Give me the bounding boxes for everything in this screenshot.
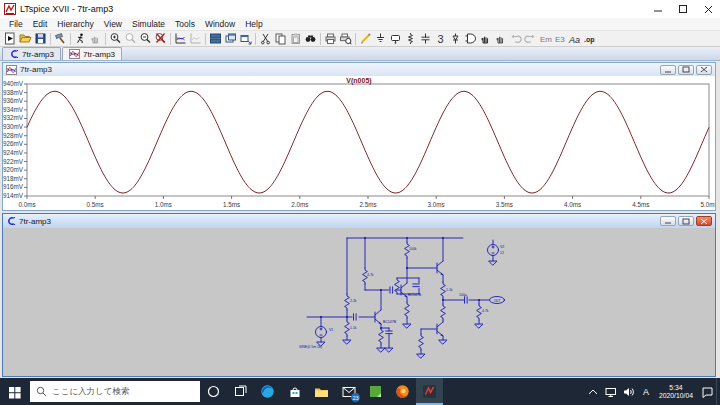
- waveform-plot[interactable]: V(n005) 940mV938mV936mV934mV932mV930mV92…: [3, 76, 715, 210]
- taskbar-mail-button[interactable]: 23: [335, 378, 362, 405]
- menu-file[interactable]: File: [4, 19, 28, 29]
- tray-network-button[interactable]: [602, 378, 620, 405]
- tray-volume-button[interactable]: [620, 378, 638, 405]
- menu-window[interactable]: Window: [200, 19, 240, 29]
- schematic-window-titlebar[interactable]: 7tr-amp3: [3, 214, 715, 228]
- rotate-button[interactable]: E3: [553, 32, 568, 46]
- mail-badge: 23: [351, 393, 360, 402]
- draw-wire-button[interactable]: [358, 32, 373, 46]
- taskbar-edge-button[interactable]: [254, 378, 281, 405]
- child-close-button[interactable]: [696, 216, 712, 226]
- toolbar-separator: [355, 33, 356, 45]
- new-window-button[interactable]: [238, 32, 253, 46]
- paste-button[interactable]: [288, 32, 303, 46]
- tray-expand-button[interactable]: [584, 378, 602, 405]
- taskbar-ltspice-button[interactable]: [416, 378, 443, 405]
- zoom-back-button[interactable]: [123, 32, 138, 46]
- cortana-button[interactable]: [200, 378, 227, 405]
- cut-button[interactable]: [258, 32, 273, 46]
- component-label: V2: [500, 245, 504, 249]
- cascade-windows-button[interactable]: [223, 32, 238, 46]
- open-button[interactable]: [18, 32, 33, 46]
- schematic-window: 7tr-amp3: [2, 213, 716, 377]
- schematic-canvas[interactable]: 2.2k 1.1k 4.7k 100k 1.1k 4.7k BC547B BC5…: [3, 228, 715, 376]
- drag-button[interactable]: [493, 32, 508, 46]
- minimize-button[interactable]: [645, 0, 670, 18]
- task-view-button[interactable]: [227, 378, 254, 405]
- place-capacitor-button[interactable]: [418, 32, 433, 46]
- tile-windows-button[interactable]: [208, 32, 223, 46]
- save-button[interactable]: [33, 32, 48, 46]
- move-button[interactable]: [478, 32, 493, 46]
- taskbar-firefox-button[interactable]: [389, 378, 416, 405]
- place-resistor-button[interactable]: [403, 32, 418, 46]
- action-center-button[interactable]: [698, 378, 716, 405]
- menu-hierarchy[interactable]: Hierarchy: [52, 19, 98, 29]
- waveform-chart: 940mV938mV936mV934mV932mV930mV928mV926mV…: [3, 76, 715, 210]
- component-label: SINE(0 5m 1k): [299, 345, 322, 349]
- control-panel-button[interactable]: [53, 32, 68, 46]
- maximize-button[interactable]: [670, 0, 695, 18]
- search-icon: [36, 386, 47, 397]
- menu-bar: FileEditHierarchyViewSimulateToolsWindow…: [0, 18, 720, 31]
- toolbar-separator: [170, 33, 171, 45]
- autorange-y-button[interactable]: [173, 32, 188, 46]
- tab-schematic[interactable]: 7tr-amp3: [2, 47, 61, 60]
- halt-button[interactable]: [88, 32, 103, 46]
- place-net-label-button[interactable]: [388, 32, 403, 46]
- svg-text:2.0ms: 2.0ms: [291, 201, 308, 208]
- print-button[interactable]: [323, 32, 338, 46]
- document-tabbar: 7tr-amp3 7tr-amp3: [0, 47, 720, 61]
- place-ground-button[interactable]: [373, 32, 388, 46]
- trace-title[interactable]: V(n005): [3, 77, 715, 84]
- find-button[interactable]: [303, 32, 318, 46]
- place-diode-button[interactable]: [448, 32, 463, 46]
- waveform-window-titlebar[interactable]: 7tr-amp3: [3, 63, 715, 76]
- plot-settings-button[interactable]: [188, 32, 203, 46]
- zoom-in-button[interactable]: [108, 32, 123, 46]
- close-button[interactable]: [695, 0, 720, 18]
- child-close-button[interactable]: [696, 65, 712, 75]
- toolbar-separator: [255, 33, 256, 45]
- undo-button[interactable]: [508, 32, 523, 46]
- menu-help[interactable]: Help: [240, 19, 267, 29]
- child-minimize-button[interactable]: [660, 216, 676, 226]
- ime-indicator[interactable]: A: [638, 378, 654, 405]
- place-text-button[interactable]: Aa: [568, 32, 583, 46]
- ltspice-icon: [422, 384, 437, 399]
- system-tray: A 5:34 2020/10/04: [584, 378, 720, 405]
- new-schematic-button[interactable]: [3, 32, 18, 46]
- schematic-window-title: 7tr-amp3: [19, 217, 51, 226]
- menu-simulate[interactable]: Simulate: [127, 19, 170, 29]
- svg-text:938mV: 938mV: [3, 89, 24, 96]
- spice-directive-button[interactable]: .op: [583, 32, 598, 46]
- child-minimize-button[interactable]: [660, 65, 676, 75]
- zoom-out-button[interactable]: [138, 32, 153, 46]
- place-component-button[interactable]: [463, 32, 478, 46]
- firefox-icon: [395, 384, 410, 399]
- taskbar-clock[interactable]: 5:34 2020/10/04: [659, 384, 693, 400]
- show-desktop-button[interactable]: [716, 378, 720, 405]
- print-preview-button[interactable]: [338, 32, 353, 46]
- start-button[interactable]: [0, 378, 30, 405]
- clock-date: 2020/10/04: [659, 392, 693, 400]
- redo-button[interactable]: [523, 32, 538, 46]
- child-maximize-button[interactable]: [678, 65, 694, 75]
- window-title: LTspice XVII - 7tr-amp3: [20, 4, 113, 14]
- menu-tools[interactable]: Tools: [170, 19, 200, 29]
- mirror-button[interactable]: Em: [538, 32, 553, 46]
- inductor-glyph: 3: [438, 33, 444, 45]
- component-label: 100µ: [459, 293, 467, 297]
- place-inductor-button[interactable]: 3: [433, 32, 448, 46]
- tab-waveform[interactable]: 7tr-amp3: [62, 47, 122, 60]
- taskbar-explorer-button[interactable]: [308, 378, 335, 405]
- menu-edit[interactable]: Edit: [28, 19, 53, 29]
- zoom-full-extents-button[interactable]: [153, 32, 168, 46]
- taskbar-sticky-notes-button[interactable]: [362, 378, 389, 405]
- run-button[interactable]: [73, 32, 88, 46]
- taskbar-search-input[interactable]: ここに入力して検索: [30, 381, 200, 402]
- menu-view[interactable]: View: [99, 19, 127, 29]
- copy-button[interactable]: [273, 32, 288, 46]
- taskbar-store-button[interactable]: [281, 378, 308, 405]
- child-maximize-button[interactable]: [678, 216, 694, 226]
